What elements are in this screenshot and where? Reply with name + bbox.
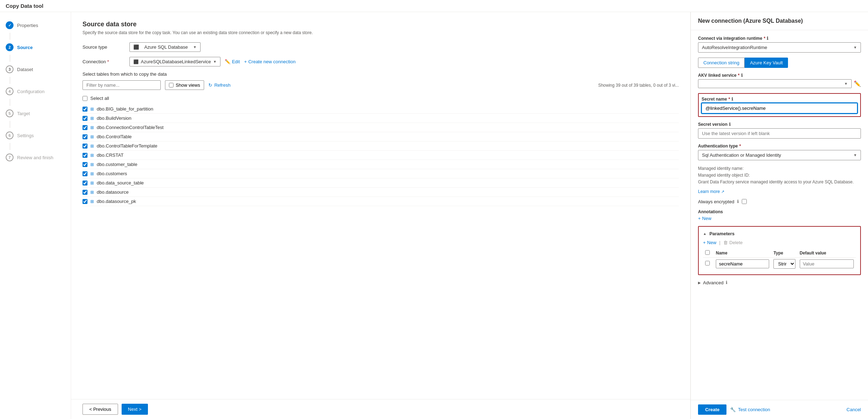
filter-input[interactable] xyxy=(82,80,161,90)
add-annotation-button[interactable]: + New xyxy=(698,216,712,221)
source-type-chevron: ▼ xyxy=(193,45,197,49)
secret-name-info-icon[interactable]: ℹ xyxy=(731,97,733,102)
nav-label-settings: Settings xyxy=(17,133,34,138)
next-button[interactable]: Next > xyxy=(122,404,148,415)
secret-version-info-icon[interactable]: ℹ xyxy=(729,122,731,127)
table-checkbox[interactable] xyxy=(82,162,87,167)
auth-type-select[interactable]: Sql Authentication or Managed Identity ▼ xyxy=(698,150,861,160)
managed-identity-text: Managed identity name: Managed identity … xyxy=(698,165,861,186)
previous-button[interactable]: < Previous xyxy=(82,404,118,415)
select-all-label: Select all xyxy=(90,96,109,101)
advanced-info-icon[interactable]: ℹ xyxy=(726,280,728,285)
nav-item-dataset[interactable]: 3 Dataset xyxy=(0,62,71,77)
section-title: Source data store xyxy=(82,21,679,28)
params-col-checkbox-header xyxy=(703,249,714,258)
connect-via-chevron: ▼ xyxy=(853,45,857,49)
tab-connection-string[interactable]: Connection string xyxy=(698,58,745,68)
params-row-checkbox[interactable] xyxy=(705,261,710,265)
table-icon: ⊞ xyxy=(90,171,94,176)
params-row-default-cell xyxy=(798,257,856,270)
test-connection-button[interactable]: 🔧 Test connection xyxy=(730,407,770,412)
nav-circle-source: 2 xyxy=(6,43,14,51)
table-icon: ⊞ xyxy=(90,144,94,149)
refresh-icon: ↻ xyxy=(208,82,212,88)
nav-line-5 xyxy=(10,121,10,128)
table-row: ⊞ dbo.data_source_table xyxy=(82,178,679,188)
always-encrypted-info-icon[interactable]: ℹ xyxy=(737,199,739,204)
table-name: dbo.data_source_table xyxy=(97,180,144,186)
advanced-section[interactable]: ▶ Advanced ℹ xyxy=(698,280,861,285)
show-views-checkbox[interactable] xyxy=(169,83,174,87)
external-link-icon: ↗ xyxy=(721,189,724,194)
tab-azure-key-vault[interactable]: Azure Key Vault xyxy=(745,58,788,68)
source-type-value: Azure SQL Database xyxy=(144,44,188,50)
akv-edit-icon[interactable]: ✏️ xyxy=(854,80,861,87)
create-connection-link[interactable]: + Create new connection xyxy=(244,59,296,64)
table-icon: ⊞ xyxy=(90,190,94,195)
params-name-input[interactable] xyxy=(716,259,769,268)
akv-info-icon[interactable]: ℹ xyxy=(741,73,743,78)
table-checkbox[interactable] xyxy=(82,144,87,149)
learn-more-link[interactable]: Learn more xyxy=(698,189,720,194)
annotations-label: Annotations xyxy=(698,209,861,214)
nav-item-settings: 6 Settings xyxy=(0,128,71,143)
table-checkbox[interactable] xyxy=(82,181,87,186)
table-checkbox[interactable] xyxy=(82,107,87,112)
connect-via-info-icon[interactable]: ℹ xyxy=(767,36,768,41)
source-type-dropdown[interactable]: ⬛ Azure SQL Database ▼ xyxy=(129,42,201,52)
table-checkbox[interactable] xyxy=(82,134,87,139)
params-type-select[interactable]: String xyxy=(773,259,795,269)
create-button[interactable]: Create xyxy=(698,404,726,415)
table-checkbox[interactable] xyxy=(82,116,87,121)
connection-dropdown[interactable]: ⬛ AzureSQLDatabaseLinkedService ▼ xyxy=(129,57,220,66)
table-checkbox[interactable] xyxy=(82,199,87,204)
cancel-button[interactable]: Cancel xyxy=(847,407,861,412)
table-checkbox[interactable] xyxy=(82,190,87,195)
advanced-collapse-icon: ▶ xyxy=(698,281,701,285)
nav-label-review: Review and finish xyxy=(17,155,53,160)
params-new-plus-icon: + xyxy=(703,240,706,245)
table-icon: ⊞ xyxy=(90,199,94,204)
table-name: dbo.datasource_pk xyxy=(97,199,136,204)
params-default-input[interactable] xyxy=(800,259,854,268)
connection-row: Connection * ⬛ AzureSQLDatabaseLinkedSer… xyxy=(82,57,679,66)
table-name: dbo.customer_table xyxy=(97,162,137,167)
table-icon: ⊞ xyxy=(90,153,94,158)
secret-name-box: Secret name * ℹ xyxy=(698,93,861,117)
table-name: dbo.datasource xyxy=(97,189,129,195)
edit-icon: ✏️ xyxy=(225,59,230,64)
always-encrypted-label: Always encrypted xyxy=(698,199,734,204)
table-checkbox[interactable] xyxy=(82,171,87,176)
test-icon: 🔧 xyxy=(730,407,736,412)
always-encrypted-checkbox[interactable] xyxy=(742,199,747,204)
secret-version-input[interactable] xyxy=(698,128,861,139)
table-checkbox[interactable] xyxy=(82,125,87,130)
auth-type-label: Authentication type * xyxy=(698,144,861,149)
nav-item-properties[interactable]: ✓ Properties xyxy=(0,18,71,33)
params-collapse-icon[interactable]: ▲ xyxy=(703,232,707,236)
edit-link[interactable]: ✏️ Edit xyxy=(225,59,240,64)
secret-name-input[interactable] xyxy=(702,103,857,113)
params-row-1: String xyxy=(703,257,856,270)
connect-via-select[interactable]: AutoResolveIntegrationRuntime ▼ xyxy=(698,42,861,53)
params-header-checkbox[interactable] xyxy=(705,250,710,255)
params-delete-button[interactable]: 🗑 Delete xyxy=(723,240,743,245)
params-header: ▲ Parameters xyxy=(703,231,856,236)
panel-footer: Create 🔧 Test connection Cancel xyxy=(691,400,868,419)
select-all-row: Select all xyxy=(82,93,679,103)
refresh-button[interactable]: ↻ Refresh xyxy=(208,82,231,88)
nav-circle-settings: 6 xyxy=(6,131,14,139)
table-checkbox[interactable] xyxy=(82,153,87,158)
params-new-button[interactable]: + New xyxy=(703,240,717,245)
akv-linked-service-select[interactable]: ▼ xyxy=(698,79,852,88)
nav-label-target: Target xyxy=(17,111,30,116)
table-icon: ⊞ xyxy=(90,107,94,112)
table-row: ⊞ dbo.CRSTAT xyxy=(82,151,679,160)
select-all-checkbox[interactable] xyxy=(82,96,87,101)
source-type-label: Source type xyxy=(82,44,125,50)
nav-item-source[interactable]: 2 Source xyxy=(0,40,71,55)
show-views-button[interactable]: Show views xyxy=(165,80,204,90)
table-icon: ⊞ xyxy=(90,125,94,130)
table-row: ⊞ dbo.datasource_pk xyxy=(82,197,679,206)
params-delete-trash-icon: 🗑 xyxy=(723,240,728,245)
